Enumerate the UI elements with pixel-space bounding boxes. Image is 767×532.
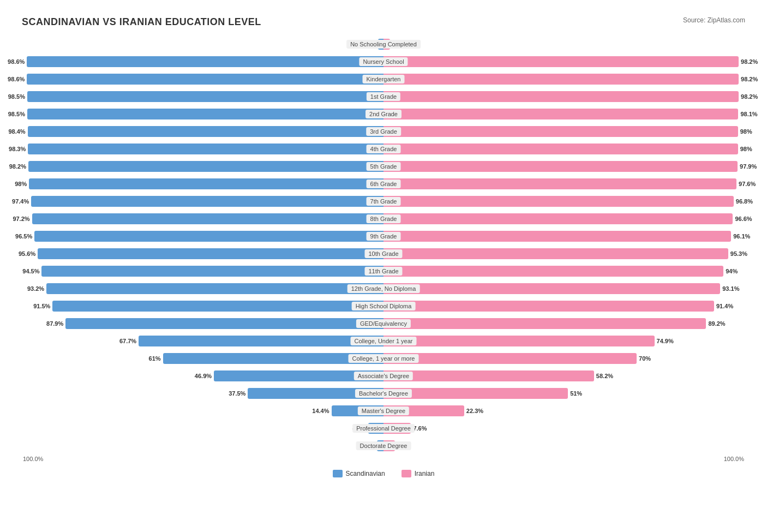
- value-iranian: 98%: [738, 146, 752, 152]
- bar-row: 98.5%98.1%2nd Grade: [22, 106, 745, 122]
- row-label: Master's Degree: [358, 407, 409, 415]
- row-label: 3rd Grade: [366, 127, 401, 136]
- legend-color-iranian: [402, 470, 411, 477]
- row-label: 4th Grade: [367, 145, 401, 153]
- bar-row: 91.5%91.4%High School Diploma: [22, 298, 745, 314]
- bar-iranian: [384, 213, 733, 224]
- legend-scandinavian: Scandinavian: [333, 470, 385, 477]
- right-section: 93.1%: [384, 281, 745, 296]
- left-section: 98%: [22, 176, 384, 192]
- axis-label-left: 100.0%: [22, 456, 384, 462]
- value-scandinavian: 67.7%: [119, 338, 139, 344]
- bar-row: 46.9%58.2%Associate's Degree: [22, 368, 745, 384]
- bar-row: 98.6%98.2%Nursery School: [22, 54, 745, 69]
- axis-label-right: 100.0%: [384, 456, 745, 462]
- left-section: 37.5%: [22, 386, 384, 401]
- chart-header: SCANDINAVIAN VS IRANIAN EDUCATION LEVEL …: [22, 16, 745, 28]
- right-section: 91.4%: [384, 298, 745, 314]
- value-scandinavian: 98.6%: [8, 58, 27, 65]
- right-section: 22.3%: [384, 403, 745, 419]
- right-section: 74.9%: [384, 333, 745, 349]
- legend-label-scandinavian: Scandinavian: [346, 470, 385, 477]
- value-scandinavian: 96.5%: [15, 233, 34, 240]
- right-section: 96.1%: [384, 229, 745, 244]
- row-label: High School Diploma: [352, 302, 416, 310]
- value-scandinavian: 46.9%: [195, 373, 214, 379]
- left-section: 4.2%: [22, 421, 384, 436]
- value-scandinavian: 98.6%: [8, 76, 27, 82]
- value-scandinavian: 14.4%: [312, 408, 331, 414]
- row-label: 10th Grade: [364, 249, 402, 258]
- bar-row: 98.2%97.9%5th Grade: [22, 159, 745, 174]
- bar-row: 98.5%98.2%1st Grade: [22, 89, 745, 104]
- bar-iranian: [384, 161, 738, 172]
- chart-source: Source: ZipAtlas.com: [683, 16, 745, 24]
- right-section: 98%: [384, 124, 745, 139]
- bar-iranian: [384, 126, 738, 137]
- right-section: 98.1%: [384, 106, 745, 122]
- left-section: 98.2%: [22, 159, 384, 174]
- value-iranian: 70%: [637, 355, 651, 362]
- row-label: 8th Grade: [367, 214, 401, 223]
- bar-scandinavian: [38, 248, 384, 259]
- bar-row: 97.2%96.6%8th Grade: [22, 211, 745, 226]
- right-section: 94%: [384, 264, 745, 279]
- left-section: 1.8%: [22, 438, 384, 453]
- row-label: 5th Grade: [367, 162, 401, 171]
- bar-scandinavian: [27, 56, 384, 67]
- right-section: 7.6%: [384, 421, 745, 436]
- value-iranian: 98.2%: [739, 93, 758, 100]
- bar-row: 67.7%74.9%College, Under 1 year: [22, 333, 745, 349]
- legend-color-scandinavian: [333, 470, 343, 477]
- row-label: 2nd Grade: [365, 110, 402, 118]
- value-iranian: 96.8%: [734, 198, 753, 205]
- value-iranian: 93.1%: [720, 285, 739, 292]
- bar-row: 98.4%98%3rd Grade: [22, 124, 745, 139]
- left-section: 98.3%: [22, 141, 384, 157]
- legend-iranian: Iranian: [402, 470, 435, 477]
- right-section: 98.2%: [384, 71, 745, 87]
- value-scandinavian: 97.2%: [13, 216, 32, 222]
- bar-scandinavian: [139, 336, 384, 346]
- left-section: 46.9%: [22, 368, 384, 384]
- value-scandinavian: 98.5%: [8, 111, 27, 117]
- bar-row: 37.5%51%Bachelor's Degree: [22, 386, 745, 401]
- bar-row: 96.5%96.1%9th Grade: [22, 229, 745, 244]
- bar-scandinavian: [29, 178, 384, 189]
- bar-row: 94.5%94%11th Grade: [22, 264, 745, 279]
- right-section: 70%: [384, 351, 745, 366]
- right-section: 96.8%: [384, 194, 745, 209]
- value-scandinavian: 94.5%: [22, 268, 41, 274]
- row-label: 7th Grade: [367, 197, 401, 206]
- value-iranian: 96.1%: [731, 233, 750, 240]
- right-section: 98%: [384, 141, 745, 157]
- right-section: 3.1%: [384, 438, 745, 453]
- bar-scandinavian: [41, 266, 384, 277]
- row-label: Doctorate Degree: [356, 441, 411, 450]
- bar-iranian: [384, 283, 720, 294]
- value-iranian: 58.2%: [594, 373, 613, 379]
- row-label: 11th Grade: [364, 267, 402, 276]
- left-section: 87.9%: [22, 316, 384, 331]
- right-section: 98.2%: [384, 89, 745, 104]
- row-label: 1st Grade: [367, 92, 400, 101]
- row-label: 9th Grade: [367, 232, 401, 241]
- bar-iranian: [384, 353, 637, 364]
- bar-scandinavian: [32, 213, 384, 224]
- row-label: 6th Grade: [367, 180, 401, 188]
- chart-title: SCANDINAVIAN VS IRANIAN EDUCATION LEVEL: [22, 16, 261, 28]
- bar-row: 98.3%98%4th Grade: [22, 141, 745, 157]
- bar-scandinavian: [27, 91, 384, 102]
- value-scandinavian: 93.2%: [27, 285, 46, 292]
- right-section: 97.9%: [384, 159, 745, 174]
- row-label: Kindergarten: [363, 75, 405, 83]
- bar-iranian: [384, 178, 736, 189]
- left-section: 94.5%: [22, 264, 384, 279]
- left-section: 97.2%: [22, 211, 384, 226]
- value-iranian: 96.6%: [733, 216, 752, 222]
- bar-row: 61%70%College, 1 year or more: [22, 351, 745, 366]
- value-iranian: 89.2%: [706, 320, 725, 327]
- left-section: 98.5%: [22, 89, 384, 104]
- value-iranian: 98.2%: [739, 76, 758, 82]
- chart-area: 1.5%1.8%No Schooling Completed98.6%98.2%…: [22, 37, 745, 453]
